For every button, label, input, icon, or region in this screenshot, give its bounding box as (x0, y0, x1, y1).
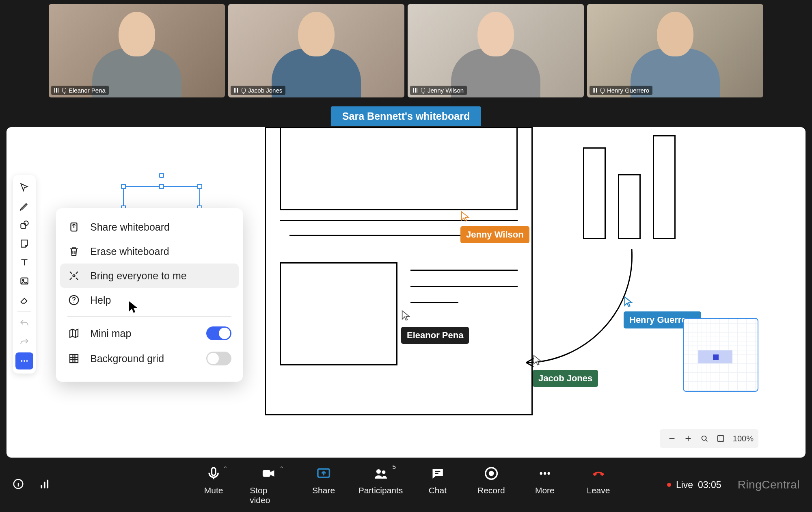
sticky-note-tool[interactable] (15, 235, 33, 252)
zoom-reset-button[interactable] (713, 431, 728, 446)
participant-name-overlay: Eleanor Pena (51, 86, 109, 95)
svg-point-15 (719, 440, 719, 441)
svg-rect-19 (263, 470, 270, 477)
help-item[interactable]: Help (60, 288, 239, 312)
shape-tool[interactable] (15, 216, 33, 233)
participant-tile[interactable]: Jacob Jones (228, 4, 404, 97)
more-tools-button[interactable] (15, 352, 33, 369)
participant-tile[interactable]: Henry Guerrero (587, 4, 763, 97)
svg-point-27 (547, 472, 550, 475)
participant-name-overlay: Jacob Jones (231, 86, 285, 95)
people-icon (371, 464, 389, 482)
svg-point-24 (489, 471, 494, 476)
svg-point-4 (21, 360, 23, 362)
svg-point-11 (702, 436, 706, 441)
control-label: Chat (429, 486, 447, 495)
menu-label: Erase whiteboard (90, 246, 169, 257)
svg-point-26 (544, 472, 546, 475)
cursor-icon (127, 300, 140, 315)
control-label: Stop video (250, 486, 287, 505)
chat-button[interactable]: Chat (420, 464, 455, 505)
control-label: Record (477, 486, 505, 495)
bring-everyone-item[interactable]: Bring everyone to me (60, 264, 239, 288)
participants-count-badge: 5 (393, 463, 396, 470)
hangup-icon (590, 464, 607, 482)
bar-chart-shape[interactable] (583, 135, 680, 239)
more-button[interactable]: More (527, 464, 562, 505)
remote-cursor-label: Eleanor Pena (401, 327, 469, 344)
remote-cursor-jacob: Jacob Jones (533, 354, 598, 387)
whiteboard-canvas[interactable]: Share whiteboard Erase whiteboard Bring … (6, 127, 806, 458)
svg-rect-12 (718, 436, 724, 442)
gather-icon (67, 269, 80, 282)
signal-icon (54, 88, 60, 93)
grid-icon (67, 352, 80, 365)
erase-whiteboard-item[interactable]: Erase whiteboard (60, 239, 239, 264)
menu-divider (67, 316, 231, 317)
share-icon (67, 220, 80, 233)
control-label: Mute (204, 486, 223, 495)
menu-label: Bring everyone to me (90, 270, 187, 282)
zoom-in-button[interactable] (681, 431, 695, 446)
toggle-label: Mini map (90, 328, 131, 339)
signal-icon[interactable] (39, 478, 51, 492)
grid-toggle[interactable] (206, 352, 231, 365)
share-whiteboard-item[interactable]: Share whiteboard (60, 215, 239, 239)
zoom-controls: 100% (660, 429, 758, 448)
remote-cursor-jenny: Jenny Wilson (460, 211, 529, 243)
control-label: More (535, 486, 555, 495)
wireframe-shape[interactable] (265, 127, 533, 415)
zoom-fit-button[interactable] (697, 431, 712, 446)
help-icon (67, 294, 80, 307)
text-tool[interactable] (15, 254, 33, 271)
stop-video-button[interactable]: ⌃ Stop video (250, 464, 287, 505)
mute-button[interactable]: ⌃ Mute (196, 464, 231, 505)
redo-button[interactable] (15, 334, 33, 351)
mic-icon (600, 88, 605, 93)
resize-handle[interactable] (197, 184, 202, 189)
svg-point-16 (722, 440, 723, 441)
control-label: Share (312, 486, 335, 495)
svg-point-1 (24, 221, 28, 225)
record-button[interactable]: Record (474, 464, 509, 505)
participant-name: Jenny Wilson (428, 87, 464, 94)
participant-tile[interactable]: Eleanor Pena (49, 4, 225, 97)
svg-point-10 (73, 302, 74, 303)
svg-rect-0 (21, 224, 26, 229)
video-icon (260, 464, 278, 482)
share-button[interactable]: Share (306, 464, 341, 505)
participant-tile[interactable]: Jenny Wilson (408, 4, 584, 97)
select-tool[interactable] (15, 179, 33, 196)
resize-handle[interactable] (121, 184, 126, 189)
map-icon (67, 327, 80, 340)
resize-handle[interactable] (159, 184, 164, 189)
share-screen-icon (315, 464, 333, 482)
minimap-toggle[interactable] (206, 326, 231, 340)
record-icon (482, 464, 500, 482)
toggle-label: Background grid (90, 353, 164, 365)
image-tool[interactable] (15, 272, 33, 289)
zoom-out-button[interactable] (665, 431, 679, 446)
grid-toggle-row: Background grid (60, 346, 239, 371)
leave-button[interactable]: Leave (581, 464, 616, 505)
live-indicator: Live 03:05 (667, 480, 721, 490)
menu-label: Help (90, 294, 111, 306)
eraser-tool[interactable] (15, 291, 33, 308)
menu-label: Share whiteboard (90, 221, 170, 233)
live-label: Live (676, 480, 693, 490)
minimap[interactable] (683, 318, 758, 392)
participant-name: Jacob Jones (248, 87, 282, 94)
control-label: Participants (358, 486, 403, 495)
svg-point-5 (24, 360, 25, 362)
undo-button[interactable] (15, 315, 33, 332)
participants-button[interactable]: 5 Participants (360, 464, 402, 505)
rotate-handle[interactable] (159, 173, 164, 178)
chevron-up-icon[interactable]: ⌃ (223, 465, 228, 472)
participant-name-overlay: Henry Guerrero (590, 86, 652, 95)
mic-icon (421, 88, 425, 93)
info-icon[interactable] (12, 478, 24, 492)
chevron-up-icon[interactable]: ⌃ (279, 465, 284, 472)
participant-name: Henry Guerrero (607, 87, 649, 94)
pen-tool[interactable] (15, 198, 33, 215)
control-label: Leave (587, 486, 610, 495)
